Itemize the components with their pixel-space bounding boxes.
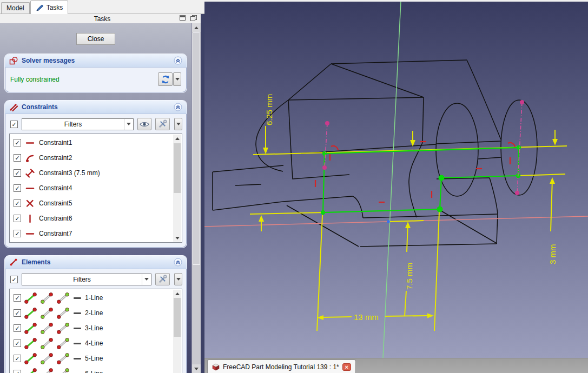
constraint-row[interactable]: ✓Constraint1 [10,135,182,150]
elements-list: ✓1-Line✓2-Line✓3-Line✓4-Line✓5-Line✓6-Li… [9,289,182,373]
constraint-label: Constraint4 [39,184,72,192]
constraints-settings-button[interactable] [155,118,170,130]
elements-header[interactable]: Elements [5,256,187,269]
edge-icon-start-green [40,368,54,373]
tasks-panel: Model Tasks Tasks Close [0,0,204,373]
dock-undock-icon[interactable] [190,15,197,21]
scroll-up-icon[interactable] [173,290,181,297]
element-checkbox[interactable]: ✓ [14,339,21,347]
constraint-checkbox[interactable]: ✓ [14,169,21,177]
element-row[interactable]: ✓2-Line [10,305,182,321]
dimension-7-5-mm[interactable]: 7.5 mm [405,263,414,290]
element-row[interactable]: ✓3-Line [10,321,182,336]
elements-settings-button[interactable] [155,273,170,285]
edge-icon-end-green [56,307,70,319]
scrollbar-thumb[interactable] [193,32,200,265]
edge-icon-selected [24,292,37,304]
constraint-type-icon-vertical [25,214,35,223]
panel-splitter[interactable] [201,14,204,373]
element-checkbox[interactable]: ✓ [14,324,21,332]
constraint-checkbox[interactable]: ✓ [14,154,21,162]
constraint-row[interactable]: ✓Constraint5 [10,196,182,211]
dock-float-icon[interactable] [180,15,186,21]
element-label: 4-Line [85,339,103,347]
element-checkbox[interactable]: ✓ [14,294,21,302]
element-checkbox[interactable]: ✓ [14,309,21,317]
element-row[interactable]: ✓5-Line [10,351,182,366]
tools-icon [158,275,167,284]
edge-icon-end-green [56,352,70,365]
constraints-filter-row: ✓ Filters [5,114,187,134]
collapse-chevron-icon[interactable] [174,56,182,65]
tab-model[interactable]: Model [1,2,30,14]
edge-icon-start-green [40,337,54,350]
elements-settings-dropdown[interactable] [174,273,182,285]
elements-filters-combobox[interactable]: Filters [22,274,151,285]
constraints-select-all-checkbox[interactable]: ✓ [10,121,18,128]
constraints-filters-combobox[interactable]: Filters [22,118,134,130]
scroll-down-icon[interactable] [173,234,181,242]
panel-scrollbar[interactable] [191,23,201,373]
close-button[interactable]: Close [76,33,115,45]
filters-label: Filters [22,276,142,283]
constraints-settings-dropdown[interactable] [174,118,182,130]
elements-select-all-checkbox[interactable]: ✓ [10,276,18,283]
constraint-type-icon-distance [25,169,35,178]
constraint-checkbox[interactable]: ✓ [14,184,21,192]
solver-refresh-button[interactable] [158,72,173,86]
edge-icon-start-green [40,352,54,365]
scrollbar-thumb[interactable] [174,143,181,193]
tab-tasks[interactable]: Tasks [30,1,69,14]
3d-viewport[interactable]: 6.25 mm 7.5 mm 13 mm 3 mm [204,2,588,358]
constraint-label: Constraint2 [39,154,72,162]
eye-icon [140,121,149,128]
element-row[interactable]: ✓1-Line [10,290,182,305]
constraint-row[interactable]: ✓Constraint4 [10,181,182,196]
constraints-list: ✓Constraint1✓Constraint2✓Constraint3 (7.… [9,134,182,243]
scroll-up-icon[interactable] [192,23,201,32]
dock-titlebar: Tasks [0,14,204,23]
solver-status-text: Fully constrained [10,76,158,83]
constraint-checkbox[interactable]: ✓ [14,215,21,222]
line-type-icon [74,343,81,344]
constraints-list-scrollbar[interactable] [173,135,181,242]
constraint-type-icon-arc [25,154,35,163]
element-row[interactable]: ✓4-Line [10,336,182,351]
element-checkbox[interactable]: ✓ [14,355,21,362]
constraint-label: Constraint1 [39,139,72,146]
element-row[interactable]: ✓6-Line [10,366,182,373]
document-tab[interactable]: FreeCAD Part Modeling Tutorial 139 : 1* … [207,359,356,373]
constraints-section: Constraints ✓ Filters [4,100,187,248]
constraint-checkbox[interactable]: ✓ [14,230,21,237]
scroll-down-icon[interactable] [192,364,201,373]
tasks-panel-body: Close Solver messages Fully constrained [0,23,191,373]
constraint-row[interactable]: ✓Constraint2 [10,150,182,165]
dimension-6-25-mm[interactable]: 6.25 mm [265,94,274,125]
show-hide-constraints-button[interactable] [137,118,151,130]
collapse-chevron-icon[interactable] [174,103,182,111]
element-checkbox[interactable]: ✓ [14,370,21,373]
elements-icon [9,258,18,267]
collapse-chevron-icon[interactable] [174,258,182,267]
dimension-3-mm[interactable]: 3 mm [548,244,557,265]
constraint-checkbox[interactable]: ✓ [14,199,21,207]
edge-icon-selected [24,307,37,319]
constraints-header[interactable]: Constraints [5,101,187,114]
solver-refresh-dropdown[interactable] [173,72,181,86]
document-close-icon[interactable]: × [342,363,351,371]
tools-icon [158,119,167,129]
constraint-row[interactable]: ✓Constraint7 [10,226,182,241]
scrollbar-thumb[interactable] [174,298,181,337]
elements-list-scrollbar[interactable] [173,290,181,373]
origin-point[interactable] [387,220,390,223]
element-label: 2-Line [85,309,103,317]
constraint-checkbox[interactable]: ✓ [14,139,21,146]
scroll-up-icon[interactable] [173,135,181,142]
dimension-13-mm[interactable]: 13 mm [354,312,379,322]
constraints-list-rows: ✓Constraint1✓Constraint2✓Constraint3 (7.… [10,134,182,242]
constraint-row[interactable]: ✓Constraint6 [10,211,182,226]
solver-messages-header[interactable]: Solver messages [5,54,187,68]
element-label: 1-Line [85,294,103,302]
edge-icon-selected [24,368,37,373]
constraint-row[interactable]: ✓Constraint3 (7.5 mm) [10,165,182,181]
